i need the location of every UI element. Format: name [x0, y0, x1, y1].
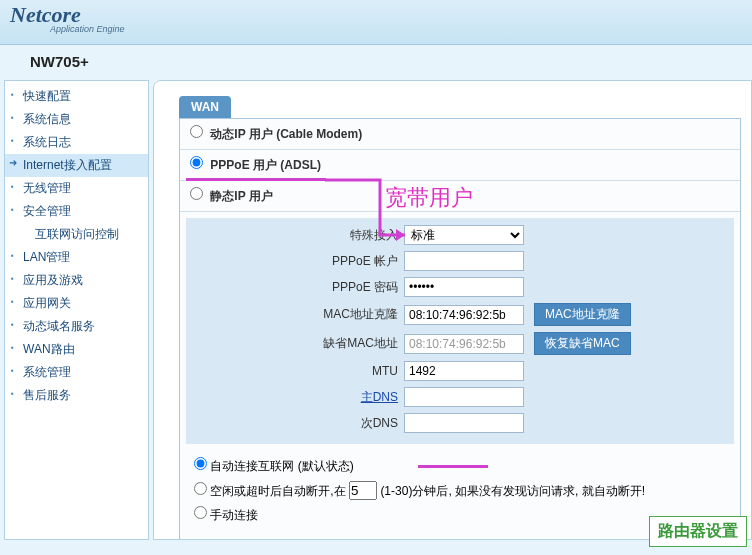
input-dns2[interactable]	[404, 413, 524, 433]
input-password[interactable]	[404, 277, 524, 297]
radio-dynamic[interactable]	[190, 125, 203, 138]
input-account[interactable]	[404, 251, 524, 271]
label-conn-auto: 自动连接互联网 (默认状态)	[210, 459, 353, 473]
sidebar-item-lan[interactable]: LAN管理	[5, 246, 148, 269]
pppoe-form: 特殊接入 标准 PPPoE 帐户 PPPoE 密码 MAC地址克隆 MAC地址克…	[186, 218, 734, 444]
input-mac-default	[404, 334, 524, 354]
label-special: 特殊接入	[194, 227, 404, 244]
radio-row-dynamic[interactable]: 动态IP 用户 (Cable Modem)	[180, 119, 740, 150]
radio-row-pppoe[interactable]: PPPoE 用户 (ADSL)	[180, 150, 740, 181]
label-mtu: MTU	[194, 364, 404, 378]
btn-mac-restore[interactable]: 恢复缺省MAC	[534, 332, 631, 355]
sidebar-item-wireless[interactable]: 无线管理	[5, 177, 148, 200]
radio-conn-manual[interactable]	[194, 506, 207, 519]
sidebar: 快速配置 系统信息 系统日志 Internet接入配置 无线管理 安全管理 互联…	[4, 80, 149, 540]
label-conn-idle-pre: 空闲或超时后自动断开,在	[210, 484, 345, 498]
radio-static[interactable]	[190, 187, 203, 200]
sidebar-item-security[interactable]: 安全管理	[5, 200, 148, 223]
radio-pppoe-label: PPPoE 用户 (ADSL)	[210, 158, 321, 172]
select-special[interactable]: 标准	[404, 225, 524, 245]
sidebar-sub-internet-access[interactable]: 互联网访问控制	[5, 223, 148, 246]
sidebar-item-sysmgr[interactable]: 系统管理	[5, 361, 148, 384]
sidebar-item-internet[interactable]: Internet接入配置	[5, 154, 148, 177]
label-dns1: 主DNS	[194, 389, 404, 406]
btn-mac-clone[interactable]: MAC地址克隆	[534, 303, 631, 326]
sidebar-item-gateway[interactable]: 应用网关	[5, 292, 148, 315]
input-mac-clone[interactable]	[404, 305, 524, 325]
sidebar-item-support[interactable]: 售后服务	[5, 384, 148, 407]
tab-wan[interactable]: WAN	[179, 96, 231, 118]
label-conn-idle-post: (1-30)分钟后, 如果没有发现访问请求, 就自动断开!	[380, 484, 645, 498]
radio-pppoe[interactable]	[190, 156, 203, 169]
sidebar-item-quick[interactable]: 快速配置	[5, 85, 148, 108]
label-mac-default: 缺省MAC地址	[194, 335, 404, 352]
radio-dynamic-label: 动态IP 用户 (Cable Modem)	[210, 127, 362, 141]
input-idle-minutes[interactable]	[349, 481, 377, 500]
label-account: PPPoE 帐户	[194, 253, 404, 270]
watermark: 路由器设置	[649, 516, 747, 547]
label-dns2: 次DNS	[194, 415, 404, 432]
radio-row-static[interactable]: 静态IP 用户	[180, 181, 740, 212]
sidebar-item-sysinfo[interactable]: 系统信息	[5, 108, 148, 131]
brand-subtitle: Application Engine	[50, 24, 742, 34]
sidebar-item-apps[interactable]: 应用及游戏	[5, 269, 148, 292]
sidebar-item-ddns[interactable]: 动态域名服务	[5, 315, 148, 338]
radio-conn-idle[interactable]	[194, 482, 207, 495]
input-mtu[interactable]	[404, 361, 524, 381]
label-password: PPPoE 密码	[194, 279, 404, 296]
label-mac-clone: MAC地址克隆	[194, 306, 404, 323]
model-number: NW705+	[0, 45, 752, 78]
sidebar-item-syslog[interactable]: 系统日志	[5, 131, 148, 154]
radio-static-label: 静态IP 用户	[210, 189, 272, 203]
sidebar-item-wanroute[interactable]: WAN路由	[5, 338, 148, 361]
radio-conn-auto[interactable]	[194, 457, 207, 470]
label-conn-manual: 手动连接	[210, 508, 258, 522]
main-panel: WAN 动态IP 用户 (Cable Modem) PPPoE 用户 (ADSL…	[153, 80, 752, 540]
input-dns1[interactable]	[404, 387, 524, 407]
